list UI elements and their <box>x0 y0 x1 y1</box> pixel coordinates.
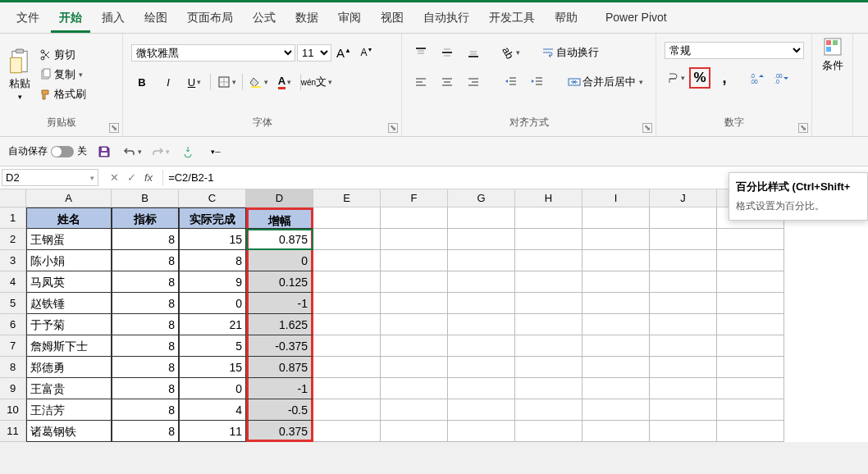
merge-center-button[interactable]: 合并后居中 <box>566 73 645 91</box>
cell-B11[interactable]: 8 <box>112 421 179 442</box>
cell-G3[interactable] <box>448 250 515 271</box>
cell-C1[interactable]: 实际完成 <box>179 207 246 229</box>
cell-A11[interactable]: 诸葛钢铁 <box>26 421 112 442</box>
cell-A7[interactable]: 詹姆斯下士 <box>26 335 112 357</box>
cell-B4[interactable]: 8 <box>112 271 179 293</box>
align-middle-button[interactable] <box>436 42 458 63</box>
decrease-decimal-button[interactable]: .00.0 <box>771 67 793 89</box>
cell-I7[interactable] <box>582 335 650 357</box>
paste-button[interactable]: 粘贴 ▾ <box>5 45 34 104</box>
cell-I4[interactable] <box>582 271 650 293</box>
cell-F1[interactable] <box>381 207 448 229</box>
cell-E10[interactable] <box>313 399 381 421</box>
cell-G7[interactable] <box>448 335 515 357</box>
cell-A8[interactable]: 郑德勇 <box>26 357 112 378</box>
cell-K5[interactable] <box>717 293 784 314</box>
cell-C5[interactable]: 0 <box>179 293 246 314</box>
cell-D11[interactable]: 0.375 <box>246 421 313 442</box>
cell-D9[interactable]: -1 <box>246 378 313 399</box>
increase-decimal-button[interactable]: .0.00 <box>747 67 768 89</box>
cell-C3[interactable]: 8 <box>179 250 246 271</box>
row-header-4[interactable]: 4 <box>0 271 26 293</box>
cell-G11[interactable] <box>448 421 515 442</box>
touch-mode-button[interactable] <box>177 141 199 162</box>
cell-K10[interactable] <box>717 399 784 421</box>
fill-color-button[interactable] <box>248 71 269 93</box>
cell-A4[interactable]: 马凤英 <box>26 271 112 293</box>
font-dialog-launcher[interactable]: ⬊ <box>388 123 398 133</box>
col-header-H[interactable]: H <box>515 189 582 207</box>
tab-review[interactable]: 审阅 <box>330 6 369 33</box>
row-header-1[interactable]: 1 <box>0 207 26 229</box>
row-header-5[interactable]: 5 <box>0 293 26 314</box>
row-header-2[interactable]: 2 <box>0 229 26 250</box>
cell-E8[interactable] <box>313 357 381 378</box>
cell-G5[interactable] <box>448 293 515 314</box>
cell-B9[interactable]: 8 <box>112 378 179 399</box>
cell-F11[interactable] <box>381 421 448 442</box>
tab-page-layout[interactable]: 页面布局 <box>179 6 241 33</box>
font-name-select[interactable]: 微软雅黑 <box>131 44 295 62</box>
cell-K6[interactable] <box>717 314 784 335</box>
cell-E9[interactable] <box>313 378 381 399</box>
cell-H9[interactable] <box>515 378 582 399</box>
cell-J5[interactable] <box>650 293 717 314</box>
cell-I11[interactable] <box>582 421 650 442</box>
cell-A9[interactable]: 王富贵 <box>26 378 112 399</box>
row-header-7[interactable]: 7 <box>0 335 26 357</box>
cancel-formula-button[interactable]: ✕ <box>110 171 119 184</box>
cell-D5[interactable]: -1 <box>246 293 313 314</box>
clipboard-dialog-launcher[interactable]: ⬊ <box>109 123 119 133</box>
cell-D2[interactable]: 0.875 <box>246 229 313 250</box>
cell-A10[interactable]: 王洁芳 <box>26 399 112 421</box>
cell-B10[interactable]: 8 <box>112 399 179 421</box>
cell-I5[interactable] <box>582 293 650 314</box>
cell-F2[interactable] <box>381 229 448 250</box>
cell-E7[interactable] <box>313 335 381 357</box>
cell-G10[interactable] <box>448 399 515 421</box>
cell-J11[interactable] <box>650 421 717 442</box>
cell-C10[interactable]: 4 <box>179 399 246 421</box>
cell-A5[interactable]: 赵铁锤 <box>26 293 112 314</box>
col-header-A[interactable]: A <box>26 189 112 207</box>
cell-H3[interactable] <box>515 250 582 271</box>
cell-B5[interactable]: 8 <box>112 293 179 314</box>
worksheet-grid[interactable]: A B C D E F G H I J K L 1 姓名 指标 实际完成 增幅 … <box>0 189 868 442</box>
cell-I3[interactable] <box>582 250 650 271</box>
cell-B7[interactable]: 8 <box>112 335 179 357</box>
bold-button[interactable]: B <box>131 71 153 93</box>
cell-H5[interactable] <box>515 293 582 314</box>
cell-I9[interactable] <box>582 378 650 399</box>
cell-F5[interactable] <box>381 293 448 314</box>
wrap-text-button[interactable]: 自动换行 <box>540 43 601 62</box>
cell-F7[interactable] <box>381 335 448 357</box>
cell-I8[interactable] <box>582 357 650 378</box>
cell-D10[interactable]: -0.5 <box>246 399 313 421</box>
increase-font-button[interactable]: A▲ <box>333 42 354 63</box>
percent-style-button[interactable]: % <box>689 67 710 89</box>
number-format-select[interactable]: 常规 <box>665 42 804 59</box>
cell-K9[interactable] <box>717 378 784 399</box>
row-header-3[interactable]: 3 <box>0 250 26 271</box>
border-button[interactable] <box>216 71 237 93</box>
cell-D3[interactable]: 0 <box>246 250 313 271</box>
row-header-10[interactable]: 10 <box>0 399 26 421</box>
tab-file[interactable]: 文件 <box>8 6 48 33</box>
tab-insert[interactable]: 插入 <box>94 6 133 33</box>
tab-home[interactable]: 开始 <box>51 6 90 33</box>
tab-draw[interactable]: 绘图 <box>136 6 176 33</box>
col-header-B[interactable]: B <box>112 189 179 207</box>
cell-F8[interactable] <box>381 357 448 378</box>
cell-I10[interactable] <box>582 399 650 421</box>
cell-C6[interactable]: 21 <box>179 314 246 335</box>
orientation-button[interactable]: ab <box>500 42 522 63</box>
cell-C4[interactable]: 9 <box>179 271 246 293</box>
cell-D6[interactable]: 1.625 <box>246 314 313 335</box>
cell-H1[interactable] <box>515 207 582 229</box>
cell-G2[interactable] <box>448 229 515 250</box>
cell-G1[interactable] <box>448 207 515 229</box>
cell-J6[interactable] <box>650 314 717 335</box>
cell-J3[interactable] <box>650 250 717 271</box>
cell-C9[interactable]: 0 <box>179 378 246 399</box>
tab-help[interactable]: 帮助 <box>546 6 586 33</box>
